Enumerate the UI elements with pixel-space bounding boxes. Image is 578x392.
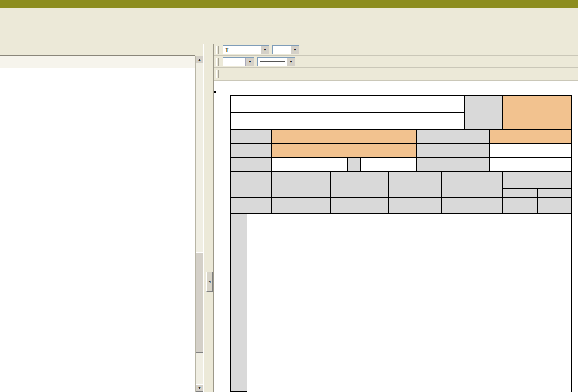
chevron-down-icon[interactable]: ▼ <box>245 58 254 66</box>
coef-value-2[interactable] <box>537 197 572 214</box>
font-size-select[interactable]: ▼ <box>272 45 299 54</box>
min-value-header <box>442 172 502 197</box>
contractor-label <box>230 143 272 158</box>
coef-value-1[interactable] <box>502 197 537 214</box>
curing-method-label <box>417 143 489 158</box>
doc-no-input[interactable] <box>502 96 572 129</box>
menu-bar <box>0 8 578 16</box>
std-dev-value[interactable] <box>388 197 442 214</box>
doc-no-label <box>464 96 502 129</box>
structure-part-input[interactable] <box>489 158 572 172</box>
app-window: ▲ ▼ ◄ T ▼ ▼ ▼ ▼ <box>0 0 578 392</box>
format-toolbar-row1: T ▼ ▼ <box>214 44 578 56</box>
to-label <box>347 158 361 172</box>
font-icon: T <box>225 47 229 53</box>
chevron-down-icon[interactable]: ▼ <box>261 46 269 54</box>
std-strength-header <box>272 172 331 197</box>
std-strength-value[interactable] <box>272 197 331 214</box>
form-border <box>230 95 572 96</box>
sheet-canvas[interactable] <box>214 91 578 392</box>
std-dev-header <box>388 172 442 197</box>
form-border <box>230 95 231 392</box>
toolbar-grip[interactable] <box>216 58 219 66</box>
strength-grade-input[interactable] <box>489 129 572 143</box>
chevron-down-icon[interactable]: ▼ <box>287 58 295 66</box>
chevron-down-icon[interactable]: ▼ <box>291 46 299 54</box>
main-toolbar <box>0 16 578 44</box>
structure-part-label <box>417 158 489 172</box>
spreadsheet <box>214 81 578 392</box>
tree-scrollbar[interactable]: ▲ ▼ <box>195 56 203 392</box>
project-name-input[interactable] <box>272 129 417 143</box>
form-code <box>230 113 464 129</box>
min-value-cell[interactable] <box>442 197 502 214</box>
coef-sub-cell-1[interactable] <box>502 189 537 197</box>
form-title <box>230 96 464 113</box>
coef-sub-cell-2[interactable] <box>537 189 572 197</box>
scroll-up-icon[interactable]: ▲ <box>196 56 203 63</box>
coef-header <box>502 172 572 189</box>
toolbar-grip[interactable] <box>216 70 219 78</box>
toolbar-grip[interactable] <box>216 46 219 54</box>
format-toolbar-row2: ▼ ▼ <box>214 56 578 68</box>
panel-splitter[interactable]: ◄ <box>203 44 214 392</box>
form-border <box>571 95 572 392</box>
avg-value-cell[interactable] <box>331 197 388 214</box>
collapse-panel-icon[interactable]: ◄ <box>206 272 213 292</box>
title-bar <box>0 0 578 8</box>
date-from-input[interactable] <box>272 158 347 172</box>
format-toolbar-row3 <box>214 68 578 81</box>
scrollbar-thumb[interactable] <box>196 252 203 353</box>
scroll-down-icon[interactable]: ▼ <box>196 384 203 392</box>
curing-method-input[interactable] <box>489 143 572 158</box>
font-family-select[interactable]: T ▼ <box>223 45 269 54</box>
zoom-select[interactable]: ▼ <box>223 57 254 66</box>
strength-grade-label <box>417 129 489 143</box>
group-count-value[interactable] <box>230 197 272 214</box>
date-to-input[interactable] <box>361 158 417 172</box>
group-count-header <box>230 172 272 197</box>
avg-value-header <box>331 172 388 197</box>
tree-toolbar <box>0 56 195 68</box>
catalog-tree <box>0 69 195 392</box>
stat-period-label <box>230 158 272 172</box>
line-style-sample <box>260 61 285 62</box>
contractor-input[interactable] <box>272 143 417 158</box>
project-name-label <box>230 129 272 143</box>
line-style-select[interactable]: ▼ <box>257 57 295 66</box>
per-group-strength-label <box>230 214 247 392</box>
form-border <box>230 129 572 130</box>
form-border <box>230 213 572 214</box>
column-headers <box>214 81 578 91</box>
selected-cell[interactable] <box>214 91 216 93</box>
